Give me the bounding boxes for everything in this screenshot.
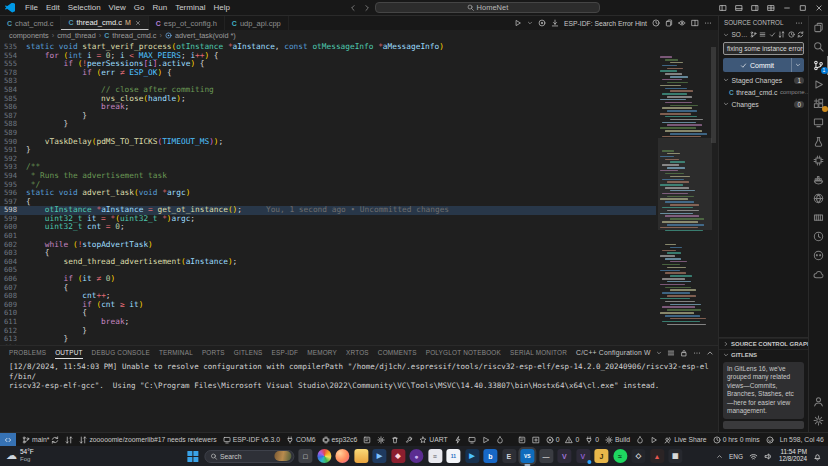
open-changes-icon[interactable] xyxy=(665,19,673,27)
activity-extensions[interactable] xyxy=(809,94,828,113)
changes-header[interactable]: Changes 0 xyxy=(719,98,808,110)
breadcrumb-item[interactable]: advert_task(void *) xyxy=(175,31,236,40)
taskbar-app-spotify[interactable]: ≈ xyxy=(613,449,627,463)
view-changes-icon[interactable] xyxy=(750,31,757,38)
panel-tab-esp-idf[interactable]: ESP-IDF xyxy=(272,346,299,359)
menu-edit[interactable]: Edit xyxy=(42,3,64,12)
taskbar-app-app-red[interactable]: ◆ xyxy=(391,449,405,463)
taskbar-app-snipping-tool[interactable]: □ xyxy=(298,449,312,463)
run-button[interactable] xyxy=(514,19,522,27)
minimize-icon[interactable] xyxy=(783,4,791,12)
repo-chevron-icon[interactable] xyxy=(723,32,729,38)
download-icon[interactable] xyxy=(551,19,559,27)
status-uart[interactable]: UART xyxy=(419,436,447,444)
taskbar-app-app-cube[interactable]: ◇ xyxy=(631,449,645,463)
breadcrumb-item[interactable]: components xyxy=(9,31,49,40)
panel-tab-memory[interactable]: MEMORY xyxy=(307,346,337,359)
activity-docker[interactable] xyxy=(809,170,828,189)
weather-widget[interactable]: ☁ 54°F Fog xyxy=(6,449,34,462)
maximize-panel-icon[interactable] xyxy=(706,349,714,357)
remote-indicator[interactable] xyxy=(0,433,16,447)
taskbar-app-visual-studio-insiders[interactable]: V xyxy=(576,449,590,463)
panel-tab-terminal[interactable]: TERMINAL xyxy=(159,346,193,359)
layout-panel-icon[interactable] xyxy=(735,4,743,12)
status-idf-settings[interactable] xyxy=(377,436,385,444)
activity-search[interactable] xyxy=(809,37,828,56)
timeline-icon[interactable] xyxy=(652,19,660,27)
nav-forward-icon[interactable] xyxy=(363,4,371,12)
menu-help[interactable]: Help xyxy=(209,3,233,12)
clear-output-icon[interactable] xyxy=(667,349,675,357)
preview-icon[interactable] xyxy=(678,19,686,27)
menu-selection[interactable]: Selection xyxy=(64,3,105,12)
maximize-icon[interactable] xyxy=(799,4,807,12)
panel-tab-xrtos[interactable]: XRTOS xyxy=(346,346,369,359)
menu-file[interactable]: File xyxy=(21,3,42,12)
status-errors[interactable]: 0 xyxy=(546,436,560,444)
menu-run[interactable]: Run xyxy=(148,3,171,12)
tab-esp_ot_config.h[interactable]: Cesp_ot_config.h xyxy=(149,16,225,30)
tab-thread_cmd.c[interactable]: Cthread_cmd.cM xyxy=(61,16,148,30)
notification-bell-icon[interactable] xyxy=(813,452,822,461)
panel-tab-problems[interactable]: PROBLEMS xyxy=(9,346,46,359)
espidf-search-error-hint[interactable]: ESP-IDF: Search Error Hint xyxy=(564,20,647,27)
breadcrumb-item[interactable]: thread_cmd.c xyxy=(112,31,156,40)
taskbar-app-notepad[interactable]: ≡ xyxy=(428,449,442,463)
activity-timeline[interactable] xyxy=(809,227,828,246)
status-feedback[interactable] xyxy=(766,436,774,444)
status-time-tracker[interactable]: 0 hrs 0 mins xyxy=(713,436,760,444)
status-flash[interactable] xyxy=(636,436,644,444)
clock-widget[interactable]: 11:54 PM 12/8/2024 xyxy=(779,449,807,463)
status-idf-flash[interactable] xyxy=(454,436,462,444)
activity-explorer[interactable] xyxy=(809,18,828,37)
history-icon[interactable] xyxy=(788,31,795,38)
taskbar-app-file-explorer[interactable] xyxy=(354,449,368,463)
taskbar-app-app-e[interactable]: E xyxy=(502,449,516,463)
activity-containers[interactable] xyxy=(809,208,828,227)
activity-run-and-debug[interactable] xyxy=(809,75,828,94)
panel-more-icon[interactable] xyxy=(693,349,701,357)
taskbar-app-app-b[interactable]: b xyxy=(483,449,497,463)
status-cursor-position[interactable]: Ln 598, Col 46 xyxy=(780,436,824,443)
taskbar-search[interactable]: Search xyxy=(204,450,294,463)
status-idf-tools[interactable] xyxy=(405,436,413,444)
taskbar-app-movies-tv[interactable]: ▶ xyxy=(372,449,386,463)
staged-file-row[interactable]: C thread_cmd.c compone… M xyxy=(719,86,808,98)
staged-changes-header[interactable]: Staged Changes 1 xyxy=(719,74,808,86)
panel-tab-output[interactable]: OUTPUT xyxy=(55,346,82,359)
status-idf-erase[interactable] xyxy=(518,436,526,444)
taskbar-app-widgets[interactable]: — xyxy=(539,449,553,463)
status-warnings[interactable]: 0 xyxy=(565,436,579,444)
command-center-search[interactable]: HomeNet xyxy=(375,2,600,13)
layout-secondary-icon[interactable] xyxy=(751,4,759,12)
taskbar-app-app-grid[interactable]: ▦ xyxy=(668,449,682,463)
repo-label[interactable]: SO… xyxy=(732,31,748,38)
editor-scrollbar[interactable] xyxy=(710,41,718,345)
commit-message-input[interactable]: fixing some instance errors xyxy=(723,42,804,55)
menu-view[interactable]: View xyxy=(105,3,130,12)
taskbar-app-app-purple[interactable]: ● xyxy=(409,449,423,463)
status-device-target[interactable]: esp32c6 xyxy=(322,436,358,444)
activity-platformio[interactable] xyxy=(809,246,828,265)
tab-chat_cmd.c[interactable]: Cchat_cmd.c xyxy=(0,16,61,30)
view-as-list-icon[interactable] xyxy=(759,31,766,38)
status-build[interactable]: Build xyxy=(605,436,630,444)
status-espidf-version[interactable]: ESP-IDF v5.3.0 xyxy=(223,436,280,444)
status-ports[interactable]: 0 xyxy=(585,436,599,444)
lock-scroll-icon[interactable] xyxy=(680,349,688,357)
dropdown-chevron-icon[interactable] xyxy=(656,350,662,356)
activity-web[interactable] xyxy=(809,189,828,208)
activity-account[interactable] xyxy=(809,392,828,411)
taskbar-app-app-amber[interactable]: J xyxy=(594,449,608,463)
activity-testing[interactable] xyxy=(809,132,828,151)
tray-chevron-icon[interactable] xyxy=(716,453,723,460)
menu-terminal[interactable]: Terminal xyxy=(171,3,209,12)
breadcrumb[interactable]: components›cmd_thread›Cthread_cmd.c›adve… xyxy=(0,30,718,41)
wifi-icon[interactable] xyxy=(749,452,758,461)
gitlens-section[interactable]: GITLENS xyxy=(719,349,808,360)
taskbar-app-calendar[interactable]: 11 xyxy=(446,449,460,463)
activity-cloud[interactable] xyxy=(809,265,828,284)
status-idf-monitor[interactable] xyxy=(468,436,476,444)
more-actions-icon[interactable] xyxy=(704,19,712,27)
status-pull-request[interactable]: zooooomie/zoomerlib#17 needs reviewers xyxy=(79,436,216,444)
